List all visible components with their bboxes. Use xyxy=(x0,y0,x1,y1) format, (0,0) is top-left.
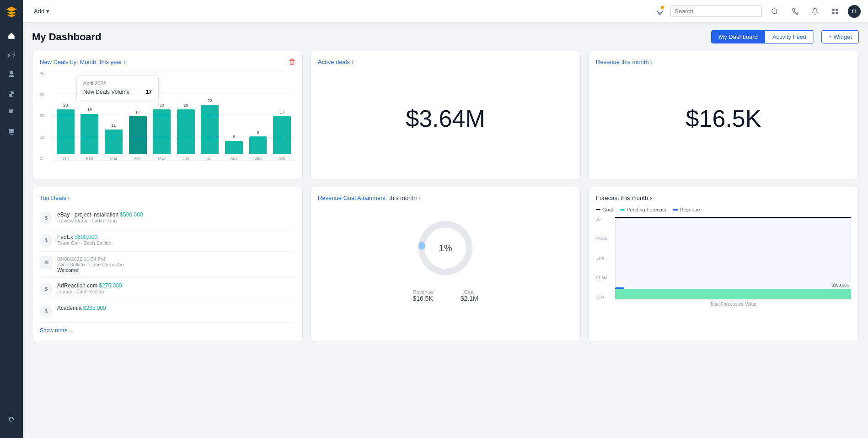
revenue-month-value: $16.5K xyxy=(596,71,851,166)
donut-chart: 1% xyxy=(413,216,477,280)
avatar[interactable]: TT xyxy=(848,5,861,18)
bar-aug[interactable]: 6 xyxy=(225,141,243,154)
svg-rect-3 xyxy=(836,9,838,11)
sidebar-item-dollar[interactable] xyxy=(2,84,21,103)
tooltip-date: April 2022 xyxy=(83,81,152,86)
bar-jun[interactable]: 20 xyxy=(177,109,195,154)
sidebar-item-chat[interactable] xyxy=(2,123,21,141)
top-deals-title: Top Deals › xyxy=(40,195,295,201)
forecast-y-axis: $2M $1.5M $1M $500K $0 xyxy=(596,217,614,299)
donut-container: 1% Revenue $16.5K Goal $2.1M xyxy=(318,207,573,307)
bar-oct[interactable]: 17 xyxy=(273,116,291,154)
revenue-goal-card: Revenue Goal Attainment this month › 1% xyxy=(310,187,581,341)
sidebar-item-settings[interactable] xyxy=(2,411,21,429)
content-area: My Dashboard My Dashboard Activity Feed … xyxy=(23,23,868,438)
dollar-icon-2: $ xyxy=(40,234,53,247)
search-button[interactable] xyxy=(767,4,782,19)
dollar-icon-1: $ xyxy=(40,211,53,224)
tab-activity-feed[interactable]: Activity Feed xyxy=(765,31,814,43)
sidebar-item-chart[interactable] xyxy=(2,142,21,160)
new-deals-chart-card: New Deals by: Month, this year › 🗑 April… xyxy=(32,51,303,179)
tooltip-row: New Deals Volume 17 xyxy=(83,89,152,95)
y-axis: 0 10 20 30 40 xyxy=(40,71,51,161)
goal-legend-dot xyxy=(596,209,600,210)
topbar: Add ▾ TT xyxy=(23,0,868,23)
mail-icon: ✉ xyxy=(40,256,53,269)
chevron-right-icon: › xyxy=(124,59,126,65)
donut-center-value: 1% xyxy=(439,243,452,254)
forecast-bars xyxy=(615,286,851,299)
chevron-down-icon: ▾ xyxy=(46,8,49,15)
deal-item-1: $ eBay - project installation $500,000 R… xyxy=(40,207,295,229)
forecast-chart-area: $2M $1.5M $1M $500K $0 xyxy=(596,217,851,308)
bar-jul[interactable]: 22 xyxy=(201,105,219,154)
bar-group-jun: 20Jun xyxy=(175,71,197,161)
dollar-icon-4: $ xyxy=(40,282,53,295)
bar-mar[interactable]: 11 xyxy=(105,130,123,154)
active-deals-card: Active deals › $3.64M xyxy=(310,51,581,179)
show-more-link[interactable]: Show more... xyxy=(40,327,295,334)
revenue-goal-title: Revenue Goal Attainment this month › xyxy=(318,195,573,201)
forecast-x-label: Total Forecasted Value xyxy=(615,302,851,307)
dollar-icon-5: $ xyxy=(40,305,53,318)
deal-item-4: $ AdReaction.com $275,000 Inquiry · Zach… xyxy=(40,278,295,300)
tooltip-label: New Deals Volume xyxy=(83,89,129,95)
legend-pending: Pending Forecast xyxy=(620,207,666,212)
top-deals-card: Top Deals › $ eBay - project installatio… xyxy=(32,187,303,341)
forecast-value-label: $193.25K xyxy=(831,283,849,287)
sidebar-item-flag[interactable] xyxy=(2,103,21,122)
chart-tooltip: April 2022 New Deals Volume 17 xyxy=(76,76,159,100)
page-title: My Dashboard xyxy=(32,31,711,43)
chart-area: April 2022 New Deals Volume 17 20Jan18Fe… xyxy=(40,71,295,172)
svg-rect-5 xyxy=(836,12,838,14)
goal-stat: Goal $2.1M xyxy=(461,289,478,302)
bar-sep[interactable]: 8 xyxy=(249,136,267,154)
phone-button[interactable] xyxy=(788,4,802,19)
revenue-legend-dot xyxy=(673,209,678,211)
revenue-month-card: Revenue this month › $16.5K xyxy=(588,51,859,179)
bar-jan[interactable]: 20 xyxy=(57,109,75,154)
tab-my-dashboard[interactable]: My Dashboard xyxy=(712,31,765,43)
tooltip-value: 17 xyxy=(146,89,152,95)
new-deals-title: New Deals by: Month, this year › xyxy=(40,59,295,65)
active-deals-value: $3.64M xyxy=(318,71,573,166)
sidebar-item-refresh[interactable] xyxy=(2,46,21,64)
legend-goal: Goal xyxy=(596,207,613,212)
pending-forecast-bar xyxy=(615,289,851,299)
revenue-month-title: Revenue this month › xyxy=(596,59,851,65)
bell-button[interactable] xyxy=(808,4,822,19)
deal-item-3-email: ✉ 09/08/2022 01:54 PM Zach Sollitto → Jo… xyxy=(40,252,295,278)
chevron-right-icon: › xyxy=(418,195,420,201)
svg-point-0 xyxy=(661,6,664,9)
bar-group-sep: 8Sep xyxy=(247,71,269,161)
bar-feb[interactable]: 18 xyxy=(80,114,98,154)
chevron-right-icon: › xyxy=(651,59,653,65)
chevron-right-icon: › xyxy=(352,59,354,65)
notification-icon-wrap xyxy=(655,5,665,17)
sidebar-logo xyxy=(4,5,19,19)
active-deals-title: Active deals › xyxy=(318,59,573,65)
page-header: My Dashboard My Dashboard Activity Feed … xyxy=(32,30,859,43)
add-label: Add xyxy=(34,8,44,15)
sidebar-item-person[interactable] xyxy=(2,65,21,83)
bar-group-jan: 20Jan xyxy=(54,71,77,161)
forecast-card: Forecast this month › Goal Pending Forec… xyxy=(588,187,859,341)
dashboard-grid: New Deals by: Month, this year › 🗑 April… xyxy=(32,51,859,341)
bar-group-jul: 22Jul xyxy=(199,71,221,161)
pending-legend-dot xyxy=(620,209,625,211)
apps-button[interactable] xyxy=(828,4,842,19)
bar-apr[interactable]: 17 xyxy=(129,116,147,154)
delete-icon[interactable]: 🗑 xyxy=(289,58,296,66)
bar-may[interactable]: 20 xyxy=(153,109,171,154)
deal-item-2: $ FedEx $500,000 Team Call · Zach Sollit… xyxy=(40,229,295,252)
donut-labels: Revenue $16.5K Goal $2.1M xyxy=(413,289,478,302)
sidebar xyxy=(0,0,23,438)
add-widget-button[interactable]: + Widget xyxy=(821,30,859,43)
search-input[interactable] xyxy=(670,5,762,17)
svg-point-1 xyxy=(772,9,777,14)
sidebar-item-home[interactable] xyxy=(2,27,21,45)
revenue-bar xyxy=(615,287,624,289)
add-button[interactable]: Add ▾ xyxy=(30,6,53,16)
bar-group-oct: 17Oct xyxy=(271,71,293,161)
forecast-title: Forecast this month › xyxy=(596,195,851,201)
